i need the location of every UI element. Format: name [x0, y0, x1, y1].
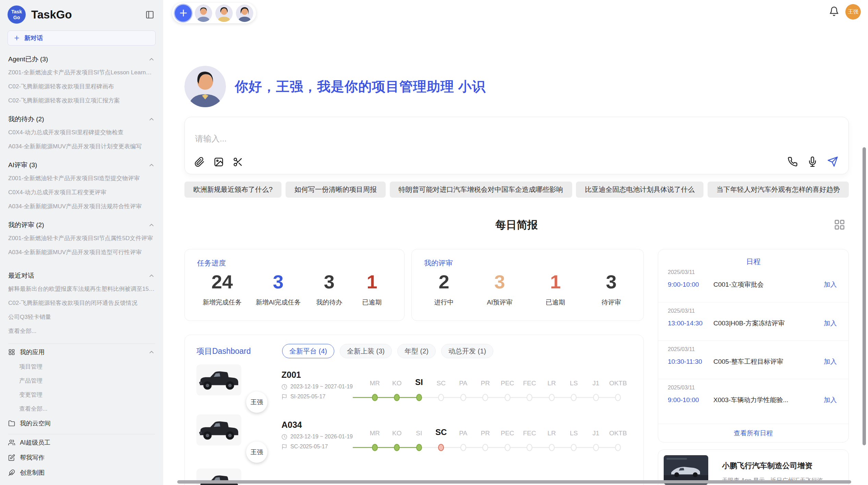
project-row[interactable]: 王强 Z001 2023-12-19 ~ 2027-01-19 SI-2025-… [196, 364, 632, 409]
project-flag: SI-2025-05-17 [290, 394, 325, 400]
sidebar-task-item[interactable]: C0X4-动力总成开发项目工程变更评审 [8, 185, 155, 199]
section-header[interactable]: 我的评审 (2) [8, 219, 155, 231]
dashboard-tab[interactable]: 年型 (2) [397, 344, 436, 358]
notifications-button[interactable] [827, 6, 841, 17]
stat-column[interactable]: 3 待评审 [597, 269, 626, 307]
recent-chats-header[interactable]: 最近对话 [8, 270, 155, 282]
app-item[interactable]: 产品管理 [8, 374, 155, 388]
new-session-button[interactable] [175, 5, 192, 22]
milestone-step[interactable]: OKTB [607, 414, 629, 451]
stat-column[interactable]: 3 新增AI完成任务 [256, 269, 301, 307]
stat-column[interactable]: 1 已逾期 [541, 269, 570, 307]
stat-column[interactable]: 24 新增完成任务 [203, 269, 242, 307]
image-upload-button[interactable] [214, 157, 224, 167]
voice-call-button[interactable] [787, 157, 798, 167]
app-item[interactable]: 变更管理 [8, 388, 155, 402]
milestone-step[interactable]: PEC [496, 414, 519, 451]
milestone-step[interactable]: PR [474, 414, 497, 451]
horizontal-scrollbar[interactable] [177, 480, 851, 484]
suggestion-chip[interactable]: 特朗普可能对进口汽车增税会对中国车企造成哪些影响 [390, 182, 572, 198]
suggestion-chip[interactable]: 当下年轻人对汽车外观有怎样的喜好趋势 [708, 182, 849, 198]
creative-drawing-link[interactable]: 创意制图 [8, 465, 155, 480]
suggestion-chip[interactable]: 如何写一份清晰的项目周报 [286, 182, 386, 198]
milestone-step[interactable]: KO [386, 414, 408, 451]
briefing-layout-button[interactable] [832, 219, 847, 231]
sidebar-task-item[interactable]: Z001-全新燃油轻卡产品开发项目SI造型提交物评审 [8, 171, 155, 185]
recent-view-all-link[interactable]: 查看全部... [8, 324, 155, 338]
milestone-step[interactable]: LS [563, 414, 585, 451]
news-card[interactable]: 小鹏飞行汽车制造公司增资 天眼查 App 显示，近日广州汇天飞行汽... [658, 449, 849, 485]
sidebar-task-item[interactable]: C0X4-动力总成开发项目SI里程碑提交物检查 [8, 125, 155, 139]
sidebar-task-item[interactable]: Z001-全新燃油皮卡产品开发项目SI节点Lesson Learn报告 [8, 65, 155, 79]
composer-input[interactable] [194, 134, 676, 144]
section-header[interactable]: 我的待办 (2) [8, 113, 155, 125]
milestone-step[interactable]: PR [474, 364, 497, 401]
milestone-step[interactable]: PA [452, 414, 474, 451]
sidebar-section: 我的评审 (2) Z001-全新燃油轻卡产品开发项目SI节点属性5D文件评审A0… [8, 219, 155, 259]
milestone-step[interactable]: SI [408, 364, 430, 401]
sidebar-task-item[interactable]: A034-全新新能源MUV产品开发项目法规符合性评审 [8, 199, 155, 213]
section-header[interactable]: Agent已办 (3) [8, 53, 155, 65]
project-owner-badge[interactable]: 王强 [246, 442, 267, 463]
new-chat-button[interactable]: 新对话 [8, 30, 156, 46]
milestone-step[interactable]: SI [408, 414, 430, 451]
sidebar-task-item[interactable]: C02-飞腾新能源轻客改款项目立项汇报方案 [8, 94, 155, 108]
milestone-step[interactable]: LR [541, 364, 563, 401]
milestone-step[interactable]: MR [364, 364, 386, 401]
join-link[interactable]: 加入 [822, 319, 839, 328]
session-avatar-1[interactable] [195, 4, 212, 22]
mic-button[interactable] [807, 157, 818, 167]
section-header[interactable]: AI评审 (3) [8, 159, 155, 171]
schedule-item: 2025/03/11 13:00-14:30 C003|H0B-方案冻结评审 加… [658, 302, 848, 340]
milestone-step[interactable]: FEC [519, 414, 541, 451]
recent-chat-item[interactable]: 解释最新出台的欧盟报废车法规再生塑料比例被调至15%... [8, 282, 155, 296]
sidebar-collapse-button[interactable] [144, 9, 156, 21]
snippet-button[interactable] [233, 157, 243, 167]
app-item[interactable]: 项目管理 [8, 360, 155, 374]
user-avatar[interactable]: 王强 [845, 4, 861, 20]
view-all-schedule-link[interactable]: 查看所有日程 [658, 424, 848, 442]
project-owner-badge[interactable]: 王强 [246, 391, 267, 413]
milestone-step[interactable]: FEC [519, 364, 541, 401]
project-row[interactable]: 王强 A034 2023-12-19 ~ 2026-01-19 SC-2025-… [196, 414, 632, 459]
join-link[interactable]: 加入 [822, 357, 839, 366]
my-apps-header[interactable]: 我的应用 [8, 345, 155, 360]
stat-column[interactable]: 3 我的待办 [315, 269, 343, 307]
suggestion-chip[interactable]: 欧洲新规最近颁布了什么? [184, 182, 281, 198]
milestone-step[interactable]: MR [364, 414, 386, 451]
session-avatar-3[interactable] [236, 4, 253, 22]
stat-column[interactable]: 1 已逾期 [358, 269, 386, 307]
join-link[interactable]: 加入 [822, 395, 839, 405]
sidebar-task-item[interactable]: A034-全新新能源MUV产品开发项目计划变更表编写 [8, 139, 155, 153]
suggestion-chip[interactable]: 比亚迪全固态电池计划具体说了什么 [576, 182, 703, 198]
milestone-step[interactable]: SC [430, 364, 453, 401]
sidebar-task-item[interactable]: Z001-全新燃油轻卡产品开发项目SI节点属性5D文件评审 [8, 231, 155, 245]
milestone-step[interactable]: OKTB [607, 364, 629, 401]
stat-column[interactable]: 3 AI预评审 [485, 269, 514, 307]
milestone-step[interactable]: SC [430, 414, 453, 451]
dashboard-tab[interactable]: 全新上装 (3) [340, 344, 392, 358]
send-button[interactable] [827, 156, 838, 167]
attach-button[interactable] [194, 157, 205, 167]
cloud-space-link[interactable]: 我的云空间 [8, 416, 155, 427]
recent-chat-item[interactable]: C02-飞腾新能源轻客改款项目的闭环通告反馈情况 [8, 296, 155, 310]
milestone-step[interactable]: LR [541, 414, 563, 451]
dashboard-tab[interactable]: 全新平台 (4) [282, 344, 334, 358]
session-avatar-2[interactable] [215, 4, 233, 22]
stat-column[interactable]: 2 进行中 [430, 269, 458, 307]
ai-super-staff-link[interactable]: AI超级员工 [8, 435, 155, 450]
apps-view-all-link[interactable]: 查看全部... [8, 402, 155, 416]
milestone-step[interactable]: J1 [585, 414, 607, 451]
dashboard-tab[interactable]: 动总开发 (1) [441, 344, 493, 358]
recent-chat-item[interactable]: 公司Q3轻卡销量 [8, 310, 155, 324]
help-me-write-link[interactable]: 帮我写作 [8, 450, 155, 465]
milestone-step[interactable]: KO [386, 364, 408, 401]
milestone-step[interactable]: LS [563, 364, 585, 401]
join-link[interactable]: 加入 [822, 280, 839, 289]
sidebar-task-item[interactable]: C02-飞腾新能源轻客改款项目里程碑画布 [8, 79, 155, 94]
sidebar-task-item[interactable]: A034-全新新能源MUV产品开发项目造型可行性评审 [8, 245, 155, 259]
vertical-scrollbar[interactable] [863, 147, 866, 445]
milestone-step[interactable]: PA [452, 364, 474, 401]
milestone-step[interactable]: PEC [496, 364, 519, 401]
milestone-step[interactable]: J1 [585, 364, 607, 401]
